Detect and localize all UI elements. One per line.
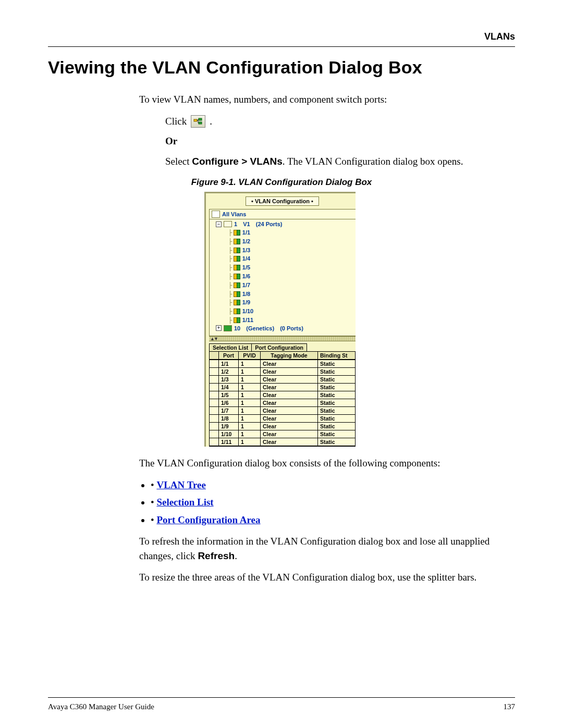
table-row[interactable]: 1/111ClearStatic [210, 438, 356, 446]
tree-port-item[interactable]: ├1/6 [228, 272, 354, 281]
vlan-icon [224, 221, 232, 227]
figure: • VLAN Configuration • All Vlans − 1 V1 [204, 192, 515, 447]
intro-text: To view VLAN names, numbers, and compone… [139, 92, 515, 107]
list-item: • VLAN Tree [151, 478, 515, 492]
table-header-row: Port PVID Tagging Mode Binding St [210, 352, 356, 360]
tree-vlan-1[interactable]: − 1 V1 (24 Ports) [216, 221, 354, 227]
list-item: • Selection List [151, 495, 515, 510]
consists-text: The VLAN Configuration dialog box consis… [139, 456, 515, 471]
tree-port-item[interactable]: ├1/10 [228, 307, 354, 316]
tree-port-item[interactable]: ├1/7 [228, 281, 354, 290]
tree-port-item[interactable]: ├1/8 [228, 290, 354, 299]
port-icon [234, 256, 240, 262]
expand-toggle-icon[interactable]: − [216, 221, 222, 227]
table-row[interactable]: 1/91ClearStatic [210, 423, 356, 430]
port-icon [234, 309, 240, 314]
footer-left: Avaya C360 Manager User Guide [48, 702, 154, 711]
or-label: Or [165, 134, 515, 149]
table-row[interactable]: 1/81ClearStatic [210, 415, 356, 423]
tab-selection-list[interactable]: Selection List [209, 343, 252, 352]
table-row[interactable]: 1/51ClearStatic [210, 391, 356, 399]
table-row[interactable]: 1/21ClearStatic [210, 368, 356, 376]
click-label: Click [165, 114, 187, 129]
running-header: VLANs [48, 31, 515, 42]
link-selection-list[interactable]: Selection List [156, 497, 213, 508]
table-row[interactable]: 1/41ClearStatic [210, 384, 356, 391]
link-vlan-tree[interactable]: VLAN Tree [156, 479, 205, 490]
vlan-toolbar-icon[interactable] [191, 115, 205, 128]
svg-rect-1 [199, 118, 202, 120]
header-rule [48, 46, 515, 47]
tree-port-item[interactable]: ├1/4 [228, 254, 354, 263]
all-vlans-label: All Vlans [222, 211, 246, 217]
port-icon [234, 274, 240, 279]
svg-rect-0 [194, 119, 197, 121]
port-icon [234, 317, 240, 323]
tree-vlan-10[interactable]: + 10 (Genetics) (0 Ports) [216, 325, 354, 331]
tree-port-item[interactable]: ├1/11 [228, 316, 354, 325]
select-instruction: Select Configure > VLANs. The VLAN Confi… [165, 154, 515, 169]
port-icon [234, 300, 240, 305]
footer-page-number: 137 [504, 702, 516, 711]
resize-text: To resize the three areas of the VLAN Co… [139, 570, 515, 585]
port-icon [234, 239, 240, 244]
table-row[interactable]: 1/11ClearStatic [210, 360, 356, 368]
list-item: • Port Configuration Area [151, 513, 515, 527]
tree-port-item[interactable]: ├1/1 [228, 228, 354, 237]
table-row[interactable]: 1/101ClearStatic [210, 430, 356, 438]
tab-port-configuration[interactable]: Port Configuration [252, 343, 307, 352]
port-icon [234, 291, 240, 297]
port-icon [234, 282, 240, 288]
click-period: . [210, 114, 212, 129]
refresh-text: To refresh the information in the VLAN C… [139, 534, 515, 563]
table-row[interactable]: 1/71ClearStatic [210, 407, 356, 415]
link-port-config-area[interactable]: Port Configuration Area [156, 514, 260, 525]
tree-port-item[interactable]: ├1/2 [228, 237, 354, 246]
vlan-icon [224, 325, 232, 331]
footer-rule [48, 697, 515, 698]
port-icon [234, 230, 240, 236]
port-icon [234, 265, 240, 270]
vlan-tree-pane[interactable]: All Vlans − 1 V1 (24 Ports) ├1/1├1/2├1/3… [209, 209, 356, 336]
dialog-title: • VLAN Configuration • [246, 196, 319, 206]
table-row[interactable]: 1/31ClearStatic [210, 376, 356, 384]
all-vlans-icon [212, 211, 220, 218]
svg-rect-2 [199, 122, 202, 124]
tree-port-item[interactable]: ├1/5 [228, 263, 354, 272]
table-row[interactable]: 1/61ClearStatic [210, 399, 356, 407]
port-table[interactable]: Port PVID Tagging Mode Binding St 1/11Cl… [209, 351, 356, 447]
port-icon [234, 248, 240, 253]
tree-port-item[interactable]: ├1/3 [228, 246, 354, 255]
expand-toggle-icon[interactable]: + [216, 325, 222, 331]
splitter-bar[interactable]: ▲▼ [209, 336, 356, 341]
tree-port-item[interactable]: ├1/9 [228, 298, 354, 307]
page-title: Viewing the VLAN Configuration Dialog Bo… [48, 57, 515, 78]
figure-caption: Figure 9-1. VLAN Configuration Dialog Bo… [48, 177, 515, 188]
